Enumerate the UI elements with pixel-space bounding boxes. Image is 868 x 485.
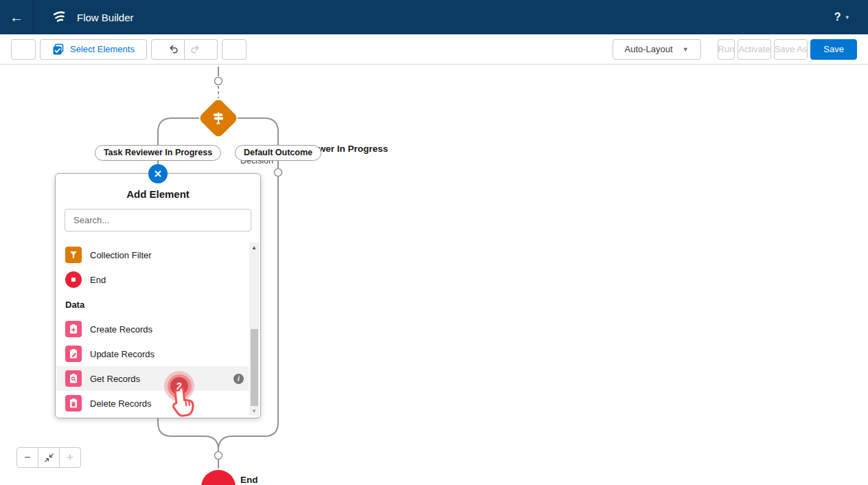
header-divider (33, 0, 34, 34)
update-records-icon (65, 346, 82, 362)
list-section-header: Data (56, 292, 249, 317)
collection-filter-icon (65, 247, 82, 263)
close-popup-button[interactable] (148, 164, 168, 183)
help-menu[interactable]: ? ▾ (834, 11, 849, 23)
add-element-popup: Add Element Collection FilterEndDataCrea… (55, 173, 261, 418)
save-as-button[interactable]: Save As (774, 39, 808, 60)
chevron-down-icon: ▾ (845, 14, 849, 21)
list-item-label: Create Records (90, 324, 152, 335)
create-records-icon (65, 321, 82, 337)
flow-toolbar: Select Elements Auto-Layout ▼ (0, 34, 868, 65)
fit-view-icon (44, 453, 54, 463)
list-item-create-records[interactable]: Create Records (56, 317, 249, 341)
list-item-get-records[interactable]: Get Recordsi (56, 366, 249, 391)
search-input[interactable] (65, 209, 251, 232)
toggle-toolbox-button[interactable] (11, 39, 36, 60)
chevron-down-icon: ▼ (683, 46, 689, 53)
list-item-collection-filter[interactable]: Collection Filter (56, 242, 249, 267)
fit-to-view-button[interactable] (38, 447, 60, 468)
flow-settings-button[interactable] (222, 39, 247, 60)
scrollbar-thumb[interactable] (251, 329, 258, 406)
zoom-out-button[interactable]: − (16, 447, 38, 468)
list-item-delete-records[interactable]: Delete Records (56, 391, 249, 416)
app-title: Flow Builder (77, 12, 134, 23)
search-field-wrap (65, 209, 251, 232)
list-item-label: Get Records (90, 374, 140, 384)
redo-icon (190, 44, 201, 55)
toolbar-right-group: Auto-Layout ▼ Run Activate Save As Save (613, 39, 857, 60)
select-elements-label: Select Elements (70, 44, 135, 54)
undo-redo-group (151, 39, 218, 60)
add-element-list: Collection FilterEndDataCreate RecordsUp… (56, 242, 249, 416)
back-button[interactable]: ← (0, 0, 33, 34)
list-item-label: Update Records (90, 349, 155, 359)
section-label: Data (65, 300, 84, 310)
zoom-controls: − + (16, 447, 81, 468)
scrollbar[interactable]: ▲ ▼ (249, 242, 259, 416)
close-icon (152, 168, 164, 180)
branch-label-task-reviewer-in-progress: Task Reviewer In Progress (95, 145, 221, 161)
branch-label-default-outcome: Default Outcome (235, 145, 321, 161)
info-icon[interactable]: i (233, 374, 244, 384)
run-button[interactable]: Run (718, 39, 735, 60)
flow-builder-logo-icon (50, 8, 68, 26)
list-item-label: Delete Records (90, 398, 152, 409)
popup-title: Add Element (56, 188, 260, 200)
undo-icon (168, 44, 179, 55)
scroll-up-arrow[interactable]: ▲ (249, 242, 259, 252)
auto-layout-label: Auto-Layout (625, 44, 673, 54)
save-button[interactable]: Save (810, 39, 857, 60)
help-icon: ? (834, 11, 841, 23)
list-item-end[interactable]: End (56, 267, 249, 292)
zoom-in-button[interactable]: + (59, 447, 81, 468)
scroll-down-arrow[interactable]: ▼ (249, 406, 259, 416)
flow-canvas[interactable]: Check Task Reviewer In Progress Decision… (0, 65, 868, 485)
app-header: ← Flow Builder ? ▾ (0, 0, 868, 34)
get-records-icon (65, 370, 82, 387)
list-item-update-records[interactable]: Update Records (56, 341, 249, 366)
list-item-label: End (90, 275, 106, 285)
auto-layout-dropdown[interactable]: Auto-Layout ▼ (613, 39, 701, 60)
delete-records-icon (65, 395, 82, 411)
checkbox-icon (52, 43, 65, 56)
redo-button[interactable] (185, 40, 205, 59)
activate-button[interactable]: Activate (738, 39, 770, 60)
end-node-label: End (240, 475, 258, 485)
end-icon (65, 271, 82, 288)
undo-button[interactable] (163, 40, 184, 59)
select-elements-button[interactable]: Select Elements (40, 39, 147, 60)
list-item-label: Collection Filter (90, 250, 152, 260)
decision-signpost-icon (209, 109, 227, 127)
